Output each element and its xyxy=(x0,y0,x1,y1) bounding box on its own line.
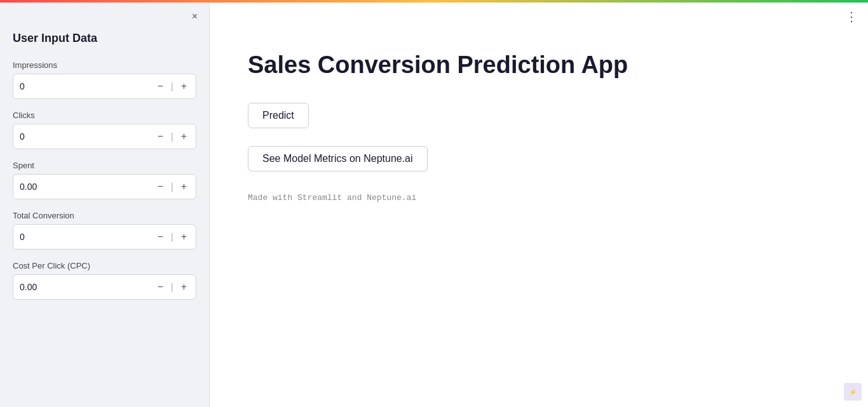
clicks-separator: | xyxy=(171,131,173,142)
sidebar: × User Input Data Impressions 0 − | + Cl… xyxy=(0,0,210,407)
clicks-group: Clicks 0 − | + xyxy=(13,110,196,149)
sidebar-close-button[interactable]: × xyxy=(192,11,198,22)
spent-value: 0.00 xyxy=(20,182,155,192)
impressions-separator: | xyxy=(171,81,173,91)
watermark-icon: ⚡ xyxy=(849,389,857,396)
total-conversion-label: Total Conversion xyxy=(13,211,196,220)
cpc-increment[interactable]: + xyxy=(179,281,189,293)
neptune-button-row: See Model Metrics on Neptune.ai xyxy=(248,146,830,187)
spent-increment[interactable]: + xyxy=(179,180,189,193)
impressions-label: Impressions xyxy=(13,60,196,70)
total-conversion-value: 0 xyxy=(20,232,155,242)
watermark: ⚡ xyxy=(844,383,862,401)
spent-decrement[interactable]: − xyxy=(155,180,166,193)
total-conversion-input-wrapper: 0 − | + xyxy=(13,224,196,250)
app-title: Sales Conversion Prediction App xyxy=(248,51,830,80)
clicks-value: 0 xyxy=(20,131,155,142)
spent-input-wrapper: 0.00 − | + xyxy=(13,174,196,199)
main-content: Sales Conversion Prediction App Predict … xyxy=(210,0,868,407)
clicks-controls: − | + xyxy=(155,130,189,143)
cpc-controls: − | + xyxy=(155,281,189,293)
impressions-value: 0 xyxy=(20,81,155,91)
cpc-decrement[interactable]: − xyxy=(155,281,166,293)
cpc-value: 0.00 xyxy=(20,282,155,292)
total-conversion-controls: − | + xyxy=(155,230,189,243)
kebab-menu-button[interactable]: ⋮ xyxy=(845,10,858,23)
total-conversion-decrement[interactable]: − xyxy=(155,230,166,243)
impressions-input-wrapper: 0 − | + xyxy=(13,74,196,99)
clicks-label: Clicks xyxy=(13,110,196,120)
impressions-decrement[interactable]: − xyxy=(155,80,166,93)
cpc-input-wrapper: 0.00 − | + xyxy=(13,274,196,300)
predict-button[interactable]: Predict xyxy=(248,103,309,128)
footer-text: Made with Streamlit and Neptune.ai xyxy=(248,193,830,203)
clicks-decrement[interactable]: − xyxy=(155,130,166,143)
spent-label: Spent xyxy=(13,161,196,170)
impressions-increment[interactable]: + xyxy=(179,80,189,93)
clicks-input-wrapper: 0 − | + xyxy=(13,124,196,149)
cpc-group: Cost Per Click (CPC) 0.00 − | + xyxy=(13,261,196,300)
cpc-label: Cost Per Click (CPC) xyxy=(13,261,196,270)
impressions-group: Impressions 0 − | + xyxy=(13,60,196,99)
total-conversion-increment[interactable]: + xyxy=(179,230,189,243)
spent-separator: | xyxy=(171,182,173,192)
sidebar-title: User Input Data xyxy=(13,32,196,45)
impressions-controls: − | + xyxy=(155,80,189,93)
clicks-increment[interactable]: + xyxy=(179,130,189,143)
total-conversion-group: Total Conversion 0 − | + xyxy=(13,211,196,250)
spent-controls: − | + xyxy=(155,180,189,193)
total-conversion-separator: | xyxy=(171,232,173,242)
neptune-metrics-button[interactable]: See Model Metrics on Neptune.ai xyxy=(248,146,428,171)
cpc-separator: | xyxy=(171,282,173,292)
predict-button-row: Predict xyxy=(248,103,830,140)
top-color-bar xyxy=(0,0,868,3)
spent-group: Spent 0.00 − | + xyxy=(13,161,196,199)
